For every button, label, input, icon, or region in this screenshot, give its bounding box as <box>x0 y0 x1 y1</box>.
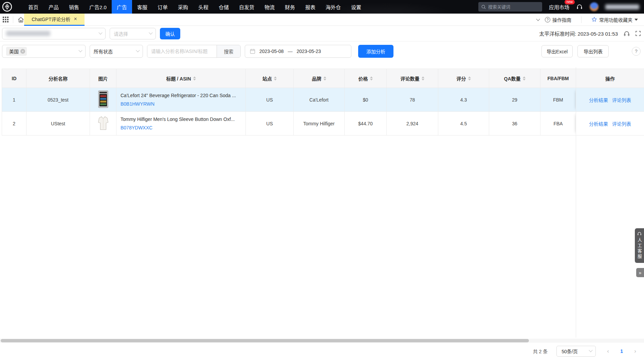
global-search[interactable] <box>478 2 542 12</box>
analysis-search-group: 搜索 <box>147 45 241 58</box>
calendar-icon <box>250 49 255 54</box>
analysis-result-link[interactable]: 分析结果 <box>589 120 608 127</box>
scrollbar-thumb[interactable] <box>1 339 529 342</box>
remove-tag-icon[interactable] <box>20 49 25 54</box>
nav-item-self-delivery[interactable]: 自发货 <box>234 0 259 14</box>
date-separator: — <box>288 49 293 54</box>
analysis-search-input[interactable] <box>147 45 217 57</box>
nav-item-first-leg[interactable]: 头程 <box>193 0 214 14</box>
total-count: 共 2 条 <box>533 348 548 355</box>
nav-item-logistics[interactable]: 物流 <box>259 0 280 14</box>
tab-close-icon[interactable] <box>74 16 77 22</box>
status-select[interactable]: 所有状态 <box>90 45 143 58</box>
marketplace-select[interactable]: 美国 <box>2 45 86 58</box>
sort-icon[interactable] <box>193 76 196 80</box>
review-list-link[interactable]: 评论列表 <box>612 120 631 127</box>
review-list-link[interactable]: 评论列表 <box>612 96 631 103</box>
col-site[interactable]: 站点 <box>246 69 294 88</box>
col-reviews[interactable]: 评论数量 <box>387 69 438 88</box>
product-image-shirt[interactable] <box>97 115 109 131</box>
guide-link[interactable]: 操作指南 <box>545 16 571 23</box>
tab-chatgpt-review-analysis[interactable]: ChatGPT评论分析 <box>24 14 85 26</box>
prev-page-icon[interactable] <box>605 348 611 355</box>
asin-link[interactable]: B0B1HWYRWN <box>121 101 154 107</box>
cell-brand: Ca'Lefort <box>294 88 345 112</box>
chevron-down-icon <box>136 48 140 52</box>
nav-item-products[interactable]: 产品 <box>43 0 64 14</box>
nav-item-orders[interactable]: 订单 <box>152 0 173 14</box>
cell-analysis-name: UStest <box>26 112 90 136</box>
home-tab-icon[interactable] <box>18 17 24 23</box>
cell-image <box>90 112 116 136</box>
col-rating[interactable]: 评分 <box>438 69 489 88</box>
tab-list-chevron-icon[interactable] <box>537 19 539 20</box>
shop-select-redacted[interactable] <box>2 28 106 39</box>
user-avatar[interactable] <box>590 2 599 11</box>
sort-icon[interactable] <box>468 76 471 80</box>
col-title-asin[interactable]: 标题 / ASIN <box>116 69 246 88</box>
apps-grid-icon[interactable] <box>3 17 8 22</box>
navbar-right: 应用市场 new <box>478 0 644 14</box>
marketplace-tag: 美国 <box>6 47 27 56</box>
favorites-menu[interactable]: 常用功能收藏夹 <box>591 16 638 23</box>
cell-price: $0 <box>345 88 387 112</box>
confirm-button[interactable]: 确认 <box>160 28 180 39</box>
headset-icon[interactable] <box>576 3 583 10</box>
fullscreen-icon[interactable] <box>636 31 641 36</box>
date-range-picker[interactable]: 2023-05-08 — 2023-05-23 <box>245 45 351 58</box>
page-size-select[interactable]: 50条/页 <box>556 346 596 357</box>
cell-rating: 4.5 <box>438 112 489 136</box>
nav-item-home[interactable]: 首页 <box>23 0 43 14</box>
app-logo-icon[interactable] <box>2 2 12 12</box>
export-list-button[interactable]: 导出列表 <box>577 45 609 57</box>
add-analysis-button[interactable]: 添加分析 <box>358 45 393 58</box>
headset-icon[interactable] <box>623 30 630 37</box>
cell-id: 2 <box>2 112 26 136</box>
nav-item-overseas-warehouse[interactable]: 海外仓 <box>320 0 346 14</box>
pagination-bar: 共 2 条 50条/页 1 <box>0 345 644 357</box>
date-start[interactable]: 2023-05-08 <box>259 49 284 54</box>
user-name-redacted[interactable] <box>605 4 639 10</box>
nav-item-ads2[interactable]: 广告2.0 <box>84 0 112 14</box>
sort-icon[interactable] <box>523 76 526 80</box>
help-icon[interactable] <box>632 47 641 56</box>
col-brand[interactable]: 品牌 <box>294 69 345 88</box>
col-qa[interactable]: QA数量 <box>489 69 540 88</box>
nav-item-settings[interactable]: 设置 <box>346 0 366 14</box>
filter-bar-right: 导出Excel 导出列表 <box>541 45 641 57</box>
asin-link[interactable]: B078YDWXXC <box>121 125 152 130</box>
col-price[interactable]: 价格 <box>345 69 387 88</box>
nav-item-sales[interactable]: 销售 <box>64 0 84 14</box>
sort-icon[interactable] <box>324 76 326 80</box>
product-image-refrigerator[interactable] <box>98 90 108 108</box>
search-input[interactable] <box>488 4 539 10</box>
nav-item-purchasing[interactable]: 采购 <box>173 0 193 14</box>
nav-item-finance[interactable]: 财务 <box>280 0 300 14</box>
nav-item-warehouse[interactable]: 仓储 <box>214 0 234 14</box>
cell-site: US <box>246 88 294 112</box>
collapse-panel-icon[interactable] <box>636 268 644 277</box>
next-page-icon[interactable] <box>632 348 639 355</box>
sort-icon[interactable] <box>422 76 424 80</box>
app-market-link[interactable]: 应用市场 new <box>549 3 569 11</box>
customer-service-label: 人工客服 <box>636 238 643 259</box>
nav-item-customer-service[interactable]: 客服 <box>132 0 152 14</box>
customer-service-widget[interactable]: 人工客服 <box>635 228 644 263</box>
table-row[interactable]: 1 0523_test Ca'Lefort 24" Beverage Refri… <box>2 88 644 112</box>
sort-icon[interactable] <box>370 76 373 80</box>
date-end[interactable]: 2023-05-23 <box>297 49 321 54</box>
search-button[interactable]: 搜索 <box>217 45 240 57</box>
nav-item-ads[interactable]: 广告 <box>112 0 132 14</box>
sort-icon[interactable] <box>274 76 277 80</box>
export-excel-button[interactable]: 导出Excel <box>541 45 573 57</box>
secondary-select[interactable]: 请选择 <box>110 28 156 39</box>
col-image: 图片 <box>90 69 116 88</box>
table-row[interactable]: 2 UStest Tommy Hilfiger Men's Long Sleev… <box>2 112 644 136</box>
analysis-result-link[interactable]: 分析结果 <box>589 96 608 103</box>
cell-qa: 36 <box>489 112 540 136</box>
page-number-1[interactable]: 1 <box>620 348 623 354</box>
divider <box>581 16 582 23</box>
top-navbar: 首页 产品 销售 广告2.0 广告 客服 订单 采购 头程 仓储 自发货 物流 … <box>0 0 644 14</box>
nav-item-reports[interactable]: 报表 <box>300 0 320 14</box>
horizontal-scrollbar <box>0 339 644 343</box>
